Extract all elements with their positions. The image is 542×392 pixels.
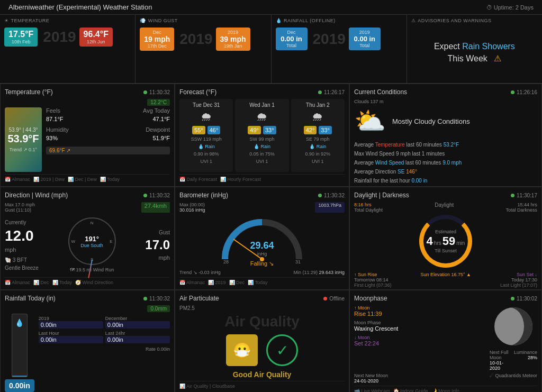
temp-min-sub: 10th Feb [8, 39, 33, 44]
forecast-high-0: 55° [192, 126, 205, 134]
rainfall-box1: Dec 0.00 in Total [276, 28, 308, 50]
moon-status-dot [511, 297, 514, 300]
header: Alberniweather (Experimental) Weather St… [0, 0, 542, 15]
aq-main: Air Quality 😷 ✓ Good Air Quality [179, 313, 345, 379]
forecast-icon-2: 🌧 [312, 110, 323, 124]
footer-wind-today[interactable]: 📊 Today [52, 280, 72, 285]
aq-pm: PM2.5 [179, 305, 345, 311]
rf-last-24: Last 24hr 0.00in [105, 331, 170, 343]
wind-status-dot [143, 194, 147, 197]
wind-main: Currently 12.0 mph 🐚 3 BFT Gentle Breeze… [5, 215, 170, 275]
top-row: ☀ TEMPERATURE 17.5°F 10th Feb 2019 96.4°… [0, 15, 542, 84]
footer-hourly[interactable]: 📊 Hourly Forecast [220, 177, 261, 182]
footer-dec-dew[interactable]: 📊 Dec | Dew [68, 177, 97, 182]
forecast-cell: Forecast (°F) 11:26:17 Tue Dec 31 🌧 55° … [175, 84, 349, 187]
footer-wind-direction[interactable]: 🧭 Wind Direction [75, 280, 113, 285]
forecast-uvi-2: UVI 1 [312, 159, 324, 164]
humidity-value: 93% [46, 135, 58, 141]
footer-daily[interactable]: 📅 Daily Forecast [179, 177, 217, 182]
sun-elevation: Sun Elevation 16.75° ▲ [420, 272, 471, 288]
footer-moon-info[interactable]: 🌙 Moon Info [431, 388, 459, 392]
indoor-temp: 69.6°F ↗ [46, 147, 170, 154]
temp-trend: Trend ↗ 0.1° [10, 147, 37, 152]
rainfall-fill [12, 376, 27, 377]
footer-aq-cloudbase[interactable]: 📊 Air Quality | Cloudbase [179, 384, 235, 389]
feels-row: Feels Avg Today [46, 107, 170, 114]
forecast-date-0: Tue Dec 31 [193, 102, 220, 108]
aq-cell-title: Air Particulate [179, 295, 219, 302]
footer-wind-almanac[interactable]: 📅 Almanac [5, 280, 30, 285]
forecast-low-2: 33° [319, 126, 332, 134]
forecast-uvi-1: UVI 1 [256, 159, 268, 164]
header-title: Alberniweather (Experimental) Weather St… [8, 3, 152, 11]
footer-baro-2019[interactable]: 📊 2019 [208, 280, 226, 285]
wind-val2: 39 mph [220, 35, 246, 43]
wind-year: 2019 [179, 31, 212, 48]
aq-icons: 😷 ✓ [226, 334, 298, 366]
forecast-cell-header: Forecast (°F) 11:26:17 [179, 88, 345, 96]
temp-max-sub: 12th Jun [84, 39, 109, 44]
moon-phase-val: Waxing Crescent [354, 325, 485, 332]
forecast-chance-1: 0.05 in 75% [249, 151, 275, 157]
aq-footer: 📊 Air Quality | Cloudbase [179, 381, 345, 389]
hrs-val: 4 [427, 234, 433, 248]
footer-almanac[interactable]: 📅 Almanac [5, 177, 30, 182]
footer-today[interactable]: 📊 Today [100, 177, 120, 182]
forecast-wind-1: SW 99 mph [249, 136, 274, 142]
top-rainfall-label: 💧 RAINFALL (OFFLINE) [276, 18, 402, 23]
conditions-main-row: ⛅ Mostly Cloudy Conditions [354, 106, 537, 136]
compass-n: N [91, 221, 94, 225]
footer-baro-dec[interactable]: 📊 Dec [229, 280, 245, 285]
quadrantids-link[interactable]: ☄ Quadrantids Meteor [490, 373, 537, 384]
top-advisory-label: ⚠ ADVISORIES AND WARNINGS [411, 18, 538, 23]
uptime-icon: ⏱ [486, 4, 492, 11]
rainfall-icon: 💧 [276, 18, 282, 23]
temp-max-box: 96.4°F 12th Jun [79, 28, 113, 47]
full-moon-label: Next Full Moon [490, 350, 514, 360]
footer-baro-almanac[interactable]: 📅 Almanac [179, 280, 205, 285]
wind-unit: mph [5, 247, 39, 253]
footer-2019-dew[interactable]: 📊 2019 | Dew [33, 177, 65, 182]
temperature-cell: Temperature (°F) 11:30:32 12.2°C 53.9° |… [0, 84, 175, 187]
svg-text:29.64: 29.64 [250, 240, 274, 251]
luminance-label: Luminance [514, 350, 537, 355]
humidity-row: Humidity Dewpoint [46, 126, 170, 133]
moon-rise-detail: ↑ Moon Rise 11:39 [354, 305, 485, 317]
dewpoint-value: 51.9°F [152, 135, 170, 141]
wind-right: Gust 17.0 mph [145, 230, 170, 261]
temp-min-value: 17.5°F [8, 30, 33, 39]
footer-baro-today[interactable]: 📊 Today [248, 280, 267, 285]
rainfall-main: 💧 0.00in 2019 0.00in December 0.00in [5, 314, 170, 392]
forecast-desc-1: 💧 Rain [254, 144, 270, 149]
daylight-cell-title: Daylight | Darkness [354, 192, 409, 199]
daylight-ring: Estimated 4 hrs 59 min Till Sunset [419, 215, 472, 268]
baro-max-val: 30.016 inHg [179, 207, 205, 213]
wind-kmh: 27.4kmh [141, 202, 170, 213]
cloud-icon: ⛅ [354, 106, 386, 136]
conditions-cell-header: Current Conditions 11:26:16 [354, 88, 537, 96]
moon-extra-info: Next Full Moon 10-01-2020 Luminance 28% [490, 350, 537, 371]
forecast-temp-1: 49° 33° [248, 126, 276, 134]
aq-big-label: Air Quality [224, 313, 300, 330]
conditions-stats: Average Temperature last 60 minutes 53.2… [354, 140, 537, 185]
gust-unit: mph [145, 254, 170, 261]
moon-cell-title: Moonphase [354, 295, 387, 302]
temp-gauge: 53.9° | 44.3° 53.9°F Trend ↗ 0.1° [5, 107, 42, 172]
luminance-info: Luminance 28% [514, 350, 537, 371]
header-uptime: ⏱ Uptime: 2 Days [486, 4, 534, 11]
forecast-desc-2: 💧 Rain [309, 144, 326, 149]
footer-wind-dec[interactable]: 📊 Dec [33, 280, 49, 285]
baro-gauge-container: 29.64 inHg 28 31 Falling ↘ [179, 214, 345, 270]
aq-cell-time: Offline [323, 296, 345, 302]
forecast-day-2: Thu Jan 2 🌧 42° 33° SE 79 mph 💧 Rain 0.9… [291, 99, 345, 172]
forecast-desc-0: 💧 Rain [198, 144, 215, 149]
footer-indoor[interactable]: 🏠 Indoor Guide [393, 388, 428, 392]
wind-run: 🗺 19.5 mi Wind Run [70, 267, 114, 272]
till-sunset-label: Till Sunset [427, 248, 465, 253]
footer-webcam[interactable]: 📹 Live Webcam [354, 388, 390, 392]
temp-details: Feels Avg Today 87.1°F 47.1°F Humidity D… [46, 107, 170, 172]
sunrise-info: ↑ Sun Rise Tomorrow 08:14 First Light (0… [354, 272, 392, 288]
wind-bft: 🐚 3 BFT [5, 257, 39, 263]
rainfall-current: 0.00in [5, 379, 34, 392]
forecast-date-1: Wed Jan 1 [249, 102, 275, 108]
